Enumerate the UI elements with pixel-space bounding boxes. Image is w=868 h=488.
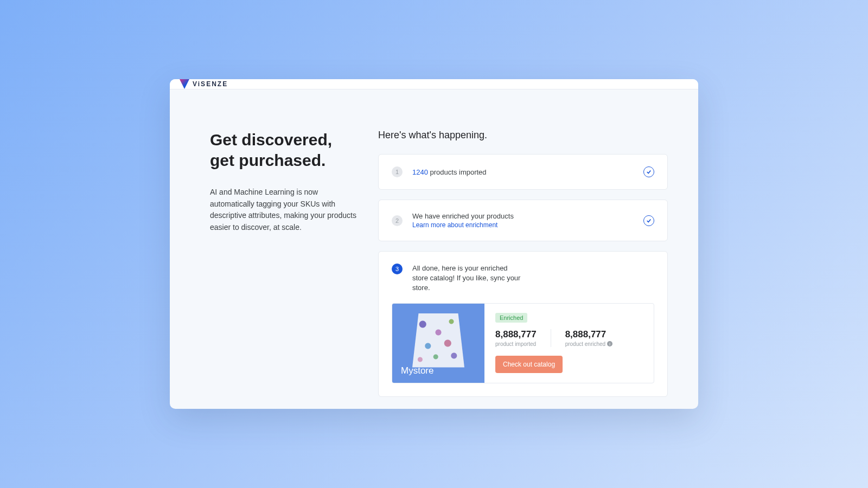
step-number-badge: 2 <box>392 215 403 226</box>
brand-logo[interactable]: ViSENZE <box>180 79 228 89</box>
store-info: Enriched 8,888,777 product imported 8,88… <box>484 304 654 383</box>
step-text: We have enriched your products Learn mor… <box>412 212 634 229</box>
status-badge: Enriched <box>495 313 527 323</box>
step-number-badge: 3 <box>392 264 403 274</box>
step-text: All done, here is your enriched store ca… <box>412 264 521 293</box>
check-circle-icon <box>643 166 654 177</box>
learn-more-link[interactable]: Learn more about enrichment <box>412 221 634 229</box>
top-bar: ViSENZE <box>170 79 698 89</box>
brand-name: ViSENZE <box>193 80 228 88</box>
activity-heading: Here's what's happening. <box>378 130 668 141</box>
step-card-3: 3 All done, here is your enriched store … <box>378 251 668 397</box>
logo-mark-icon <box>180 79 189 89</box>
check-circle-icon <box>643 215 654 226</box>
stat-label: product imported <box>495 341 537 347</box>
hero-title: Get discovered, get purchased. <box>210 130 356 170</box>
step-card-2: 2 We have enriched your products Learn m… <box>378 200 668 241</box>
info-icon[interactable]: i <box>607 341 612 346</box>
enriched-text: We have enriched your products <box>412 212 514 220</box>
imported-count: 1240 <box>412 168 428 176</box>
stat-value: 8,888,777 <box>565 329 613 340</box>
stat-value: 8,888,777 <box>495 329 537 340</box>
stat-imported: 8,888,777 product imported <box>495 329 537 347</box>
main-body: Get discovered, get purchased. AI and Ma… <box>170 89 698 409</box>
app-window: ViSENZE Get discovered, get purchased. A… <box>170 79 698 409</box>
check-out-catalog-button[interactable]: Check out catalog <box>495 356 563 373</box>
imported-suffix: products imported <box>428 168 487 176</box>
hero-panel: Get discovered, get purchased. AI and Ma… <box>210 130 356 397</box>
activity-panel: Here's what's happening. 1 1240 products… <box>378 130 668 397</box>
store-card: Mystore Enriched 8,888,777 product impor… <box>392 303 654 383</box>
product-illustration-icon <box>412 313 464 368</box>
store-stats: 8,888,777 product imported 8,888,777 pro… <box>495 329 643 347</box>
step-text: 1240 products imported <box>412 168 634 176</box>
step-card-1: 1 1240 products imported <box>378 154 668 190</box>
store-thumbnail: Mystore <box>392 304 484 383</box>
hero-description: AI and Machine Learning is now automatic… <box>210 187 356 234</box>
stat-label: product enriched i <box>565 341 613 347</box>
step-number-badge: 1 <box>392 166 403 177</box>
stat-enriched: 8,888,777 product enriched i <box>551 329 613 347</box>
